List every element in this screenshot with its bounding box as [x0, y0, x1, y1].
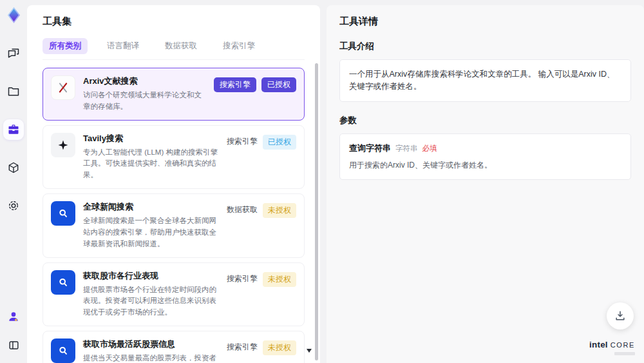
category-tab-0[interactable]: 所有类别 — [43, 38, 88, 54]
auth-badge: 未授权 — [263, 340, 296, 355]
category-tag: 搜索引擎 — [227, 135, 258, 148]
auth-badge: 未授权 — [263, 203, 296, 218]
tool-card-tags: 数据获取 未授权 — [227, 201, 296, 250]
tool-card[interactable]: 获取市场最活跃股票信息 提供当天交易量最高的股票列表，投资者可以利用这些信息来识… — [43, 331, 305, 363]
scrollbar[interactable] — [315, 63, 318, 360]
tool-card-tags: 搜索引擎 未授权 — [227, 338, 296, 363]
tool-card[interactable]: 全球新闻搜索 全球新闻搜索是一个聚合全球各大新闻网站内容的搜索引擎，帮助用户快速… — [43, 193, 305, 257]
arxiv-icon — [51, 75, 75, 100]
category-tabs: 所有类别语言翻译数据获取搜索引擎 — [43, 38, 305, 60]
tool-card-tags: 搜索引擎 已授权 — [214, 75, 296, 113]
category-tag: 搜索引擎 — [214, 77, 256, 92]
intel-core-logo: intelcore — [589, 338, 635, 355]
category-tab-2[interactable]: 数据获取 — [158, 38, 204, 54]
user-avatar-icon[interactable] — [3, 306, 24, 327]
app-window: 工具集 所有类别语言翻译数据获取搜索引擎 Arxiv文献搜索 访问各个研究领域大… — [0, 0, 644, 363]
param-head: 查询字符串 字符串 必填 — [349, 142, 621, 154]
params-heading: 参数 — [339, 115, 631, 126]
download-button[interactable] — [607, 302, 634, 329]
tool-card-title: Arxiv文献搜索 — [83, 75, 206, 87]
details-panel: 工具详情 工具介绍 一个用于从Arxiv存储库搜索科学论文和文章的工具。 输入可… — [327, 5, 644, 363]
scroll-down-icon[interactable] — [307, 349, 312, 353]
category-tag: 数据获取 — [227, 203, 258, 217]
tool-card[interactable]: 获取股市各行业表现 提供股票市场各个行业在特定时间段内的表现。投资者可以利用这些… — [43, 262, 305, 326]
intro-text: 一个用于从Arxiv存储库搜索科学论文和文章的工具。 输入可以是Arxiv ID… — [349, 68, 621, 93]
settings-icon[interactable] — [3, 195, 24, 216]
param-name: 查询字符串 — [349, 142, 391, 154]
intro-heading: 工具介绍 — [339, 41, 631, 52]
tool-card-tags: 搜索引擎 已授权 — [227, 133, 296, 181]
auth-badge: 已授权 — [263, 135, 296, 150]
category-tag: 搜索引擎 — [227, 340, 258, 354]
intro-box: 一个用于从Arxiv存储库搜索科学论文和文章的工具。 输入可以是Arxiv ID… — [339, 59, 631, 102]
tool-card-title: 获取市场最活跃股票信息 — [83, 338, 219, 350]
chat-icon[interactable] — [3, 43, 24, 64]
tools-panel-title: 工具集 — [43, 15, 305, 28]
collapse-panel-icon[interactable] — [3, 335, 24, 355]
intel-brand-text: intel — [589, 340, 608, 349]
rail-nav — [3, 43, 24, 216]
tool-card-title: 获取股市各行业表现 — [83, 270, 219, 282]
tool-card-desc: 提供当天交易量最高的股票列表，投资者可以利用这些信息来识别流动性强的股票和潜在的… — [83, 353, 219, 363]
tool-card-title: Tavily搜索 — [83, 133, 219, 144]
app-logo-icon — [5, 6, 23, 24]
intel-watermark — [614, 352, 635, 355]
details-title: 工具详情 — [339, 15, 631, 28]
param-desc: 用于搜索的Arxiv ID、关键字或作者姓名。 — [349, 160, 621, 171]
tool-card[interactable]: Tavily搜索 专为人工智能代理 (LLM) 构建的搜索引擎工具。可快速提供实… — [43, 125, 305, 189]
tool-card-desc: 提供股票市场各个行业在特定时间段内的表现。投资者可以利用这些信息来识别表现优于或… — [83, 284, 219, 319]
cube-icon[interactable] — [3, 157, 24, 178]
tool-list: Arxiv文献搜索 访问各个研究领域大量科学论文和文章的存储库。 搜索引擎 已授… — [43, 68, 305, 363]
tool-card-desc: 全球新闻搜索是一个聚合全球各大新闻网站内容的搜索引擎，帮助用户快速获取全球最新资… — [83, 215, 219, 250]
download-icon — [614, 309, 627, 322]
tool-card-desc: 访问各个研究领域大量科学论文和文章的存储库。 — [83, 90, 206, 113]
auth-badge: 已授权 — [261, 77, 296, 92]
rail-bottom — [3, 306, 24, 357]
param-required-badge: 必填 — [422, 144, 437, 153]
tavily-icon — [51, 133, 75, 157]
category-tag: 搜索引擎 — [227, 272, 258, 286]
tool-card[interactable]: Arxiv文献搜索 访问各个研究领域大量科学论文和文章的存储库。 搜索引擎 已授… — [43, 68, 305, 121]
toolbox-icon[interactable] — [3, 119, 24, 140]
main-area: 工具集 所有类别语言翻译数据获取搜索引擎 Arxiv文献搜索 访问各个研究领域大… — [27, 0, 644, 363]
tool-card-tags: 搜索引擎 未授权 — [227, 270, 296, 319]
category-tab-1[interactable]: 语言翻译 — [100, 38, 146, 54]
tools-panel: 工具集 所有类别语言翻译数据获取搜索引擎 Arxiv文献搜索 访问各个研究领域大… — [27, 5, 320, 363]
category-tab-3[interactable]: 搜索引擎 — [216, 38, 261, 54]
param-type: 字符串 — [395, 144, 418, 153]
tool-card-title: 全球新闻搜索 — [83, 201, 219, 213]
tool-card-desc: 专为人工智能代理 (LLM) 构建的搜索引擎工具。可快速提供实时、准确和真实的结… — [83, 147, 219, 181]
blue-search-icon — [51, 338, 75, 363]
blue-search-icon — [51, 270, 75, 295]
param-box: 查询字符串 字符串 必填 用于搜索的Arxiv ID、关键字或作者姓名。 — [339, 133, 631, 180]
auth-badge: 未授权 — [263, 272, 296, 287]
intel-core-text: core — [611, 341, 635, 349]
nav-rail — [0, 0, 27, 363]
folder-icon[interactable] — [3, 81, 24, 102]
blue-search-icon — [51, 201, 75, 226]
